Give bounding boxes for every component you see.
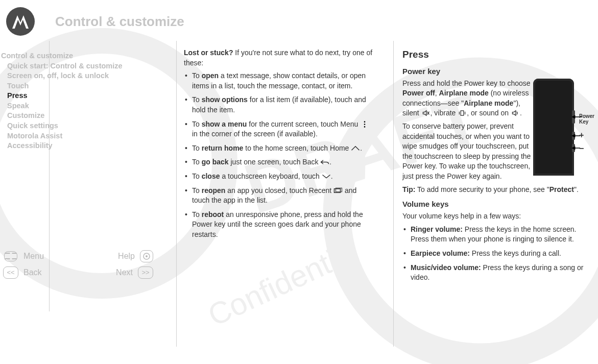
power-key-paragraph-2: To conserve battery power, prevent accid… <box>402 122 533 182</box>
volume-plus-icon: + <box>579 130 584 141</box>
intro-text: Lost or stuck? If you're not sure what t… <box>184 48 376 68</box>
list-item: Ringer volume: Press the keys in the hom… <box>402 225 594 245</box>
svg-marker-17 <box>572 134 575 137</box>
next-button[interactable]: Next <box>116 268 133 277</box>
sidebar-item-control-customize[interactable]: Control & customize <box>1 51 163 61</box>
chevron-down-icon <box>322 173 331 179</box>
help-button[interactable]: Help <box>118 252 135 261</box>
page-title: Control & customize <box>55 14 184 30</box>
sidebar-item-touch[interactable]: Touch <box>1 81 163 91</box>
menu-grid-icon[interactable] <box>3 250 18 262</box>
recent-icon <box>333 187 343 193</box>
sidebar-item-motorola-assist[interactable]: Motorola Assist <box>1 131 163 141</box>
list-item: To show options for a list item (if avai… <box>184 95 376 115</box>
back-nav-icon[interactable]: << <box>3 266 18 279</box>
menu-dots-icon <box>360 120 369 127</box>
svg-rect-11 <box>461 111 464 115</box>
phone-body <box>533 79 574 176</box>
svg-marker-19 <box>572 147 575 150</box>
svg-point-4 <box>364 121 366 123</box>
silent-icon <box>421 109 430 116</box>
motorola-logo <box>6 7 35 36</box>
list-item: Earpiece volume: Press the keys during a… <box>402 249 594 259</box>
section-heading-press: Press <box>402 48 594 62</box>
list-item: To reopen an app you closed, touch Recen… <box>184 186 376 206</box>
help-icon[interactable] <box>140 250 153 262</box>
menu-button[interactable]: Menu <box>23 252 44 261</box>
right-column: Press Power key Press and hold the Power… <box>387 48 596 287</box>
list-item: To open a text message, show contact det… <box>184 71 376 91</box>
sidebar-item-quick-start[interactable]: Quick start: Control & customize <box>1 61 163 71</box>
volume-intro: Your volume keys help in a few ways: <box>402 211 594 222</box>
list-item: Music/video volume: Press the keys durin… <box>402 263 594 283</box>
sidebar-item-screen[interactable]: Screen on, off, lock & unlock <box>1 71 163 81</box>
sidebar-item-quick-settings[interactable]: Quick settings <box>1 121 163 131</box>
phone-power-label: Power Key <box>579 113 594 125</box>
phone-diagram: Power Key + − <box>528 79 597 176</box>
sidebar-item-accessibility[interactable]: Accessibility <box>1 141 163 151</box>
list-item: To return home to the home screen, touch… <box>184 143 376 154</box>
sidebar-item-press[interactable]: Press <box>1 91 163 101</box>
sidebar-item-customize[interactable]: Customize <box>1 111 163 121</box>
list-item: To close a touchscreen keyboard, touch . <box>184 172 376 182</box>
subheading-power-key: Power key <box>402 66 594 77</box>
power-key-paragraph-1: Press and hold the Power key to choose P… <box>402 79 533 118</box>
svg-marker-15 <box>572 115 575 118</box>
intro-bold: Lost or stuck? <box>184 48 233 57</box>
list-item: To go back just one screen, touch Back . <box>184 157 376 167</box>
vibrate-icon <box>458 109 467 116</box>
svg-point-21 <box>146 255 148 257</box>
footer-nav: Menu Help << Back Next >> <box>0 248 158 281</box>
svg-point-6 <box>364 126 366 128</box>
svg-point-5 <box>364 124 366 125</box>
sidebar-item-speak[interactable]: Speak <box>1 101 163 111</box>
list-item: To show a menu for the current screen, t… <box>184 119 376 139</box>
subheading-volume-keys: Volume keys <box>402 199 594 209</box>
list-item: To reboot an unresponsive phone, press a… <box>184 210 376 240</box>
sound-on-icon <box>511 109 520 116</box>
back-button[interactable]: Back <box>23 268 42 277</box>
volume-minus-icon: − <box>579 143 584 154</box>
home-icon <box>351 144 360 151</box>
next-nav-icon[interactable]: >> <box>138 266 153 279</box>
main-column: Lost or stuck? If you're not sure what t… <box>169 48 387 287</box>
back-icon <box>320 158 329 165</box>
power-key-tip: Tip: To add more security to your phone,… <box>402 185 594 195</box>
